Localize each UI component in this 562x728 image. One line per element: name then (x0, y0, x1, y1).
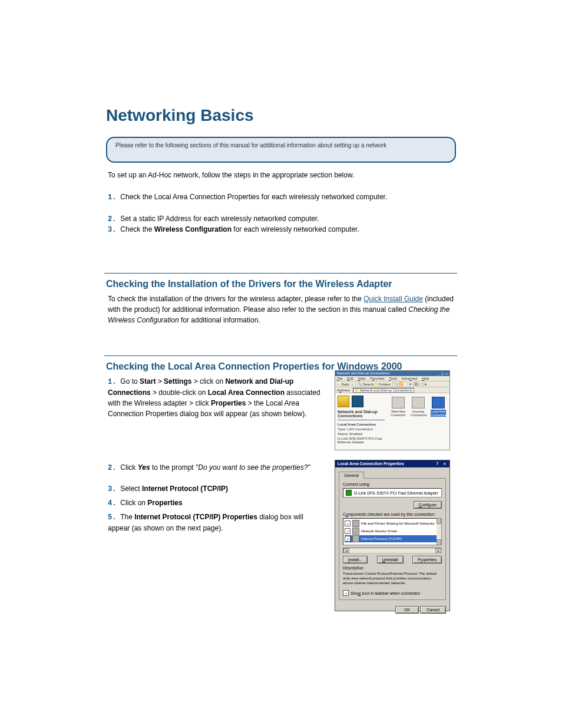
pane-heading: Network and Dial-up Connections (338, 410, 385, 420)
step-number-icon: 4. (108, 498, 118, 509)
info-callout: Please refer to the following sections o… (106, 137, 456, 163)
callout-text: Please refer to the following sections o… (107, 138, 455, 153)
sec1-d: for additional information. (179, 316, 260, 324)
network-icon (352, 396, 363, 407)
pane-subheading: Local Area Connection (338, 423, 385, 426)
description-text: Transmission Control Protocol/Internet P… (343, 571, 442, 585)
menu-edit[interactable]: Edit (347, 377, 353, 380)
protocol-icon (352, 528, 359, 535)
tab-general[interactable]: General (339, 472, 364, 479)
section-heading-drivers: Checking the Installation of the Drivers… (106, 279, 392, 289)
icon-make-new-connection[interactable]: Make New Connection (391, 397, 406, 444)
scroll-right-icon[interactable]: ▸ (435, 548, 441, 553)
intro-step-1-text: Check the Local Area Connection Properti… (120, 193, 387, 201)
intro-step-1: 1. Check the Local Area Connection Prope… (108, 192, 455, 203)
intro-step-3: 3. Check the Wireless Configuration for … (108, 224, 455, 235)
menu-tools[interactable]: Tools (389, 377, 397, 380)
components-list[interactable]: ✓File and Printer Sharing for Microsoft … (343, 518, 442, 545)
ok-button[interactable]: OK (395, 606, 419, 614)
properties-button[interactable]: Properties (412, 556, 442, 564)
intro-step-3c: for each wirelessly networked computer. (233, 225, 359, 233)
intro-step-2-text: Set a static IP Address for each wireles… (120, 215, 319, 223)
description-group: Description Transmission Control Protoco… (343, 566, 442, 585)
dialog-title: Local Area Connection Properties (338, 462, 404, 466)
step-number-icon: 1. (108, 192, 118, 203)
step-number-icon: 1. (108, 377, 118, 387)
window-controls-icon[interactable]: _ □ × (437, 371, 448, 375)
pane-adapter: D-Link DFE-530TX PCI Fast Ethernet Adapt… (338, 437, 385, 444)
scroll-left-icon[interactable]: ◂ (343, 548, 349, 553)
window-titlebar: Network and Dial-up Connections _ □ × (335, 371, 449, 376)
adapter-field: D-Link DFE-530TX PCI Fast Ethernet Adapt… (343, 488, 442, 498)
intro-step-3b: Wireless Configuration (154, 225, 232, 233)
incoming-connection-icon (412, 397, 425, 409)
menu-file[interactable]: File (337, 377, 343, 380)
section-body-drivers: To check the installation of the drivers… (108, 294, 455, 325)
screenshot-lac-properties: Local Area Connection Properties ? × Gen… (335, 460, 450, 611)
win-step-1: 1. Go to Start > Settings > click on Net… (108, 376, 326, 419)
address-field[interactable]: 📁 Network and Dial-up Connections (353, 388, 414, 393)
horizontal-scrollbar[interactable]: ◂ ▸ (343, 548, 442, 554)
win-step-4: 4. Click on Properties (108, 498, 326, 509)
protocol-icon (352, 535, 359, 542)
show-icon-label: Show icon in taskbar when connected (351, 591, 420, 595)
icon-incoming-connections[interactable]: Incoming Connections (411, 397, 426, 444)
list-item[interactable]: ✓File and Printer Sharing for Microsoft … (345, 520, 440, 527)
scroll-up-icon[interactable] (437, 518, 441, 524)
pane-type: Type: LAN Connection (338, 427, 385, 431)
connect-using-label: Connect using: (343, 482, 442, 486)
page-title: Networking Basics (106, 106, 254, 125)
checkbox-icon[interactable]: ✓ (345, 521, 351, 526)
configure-button[interactable]: Configure (414, 501, 442, 509)
step-number-icon: 5. (108, 512, 118, 523)
connection-wizard-icon (392, 397, 405, 409)
win-step-3: 3. Select Internet Protocol (TCP/IP) (108, 483, 326, 495)
quick-install-link[interactable]: Quick Install Guide (363, 295, 423, 303)
folder-icon (338, 396, 349, 407)
address-bar[interactable]: Address 📁 Network and Dial-up Connection… (335, 387, 449, 393)
list-item-selected[interactable]: ✓Internet Protocol (TCP/IP) (345, 535, 440, 542)
cancel-button[interactable]: Cancel (420, 606, 446, 614)
explorer-icon-area: Make New Connection Incoming Connections… (387, 393, 449, 447)
intro-step-3a: Check the (120, 225, 152, 233)
intro-step-2: 2. Set a static IP Address for each wire… (108, 213, 455, 225)
install-button[interactable]: Install... (343, 556, 368, 564)
address-label: Address (337, 388, 350, 392)
section-divider (104, 273, 457, 274)
scroll-down-icon[interactable] (437, 539, 441, 545)
components-label: Components checked are used by this conn… (343, 512, 442, 516)
menu-help[interactable]: Help (422, 377, 429, 380)
checkbox-icon[interactable]: ✓ (343, 590, 349, 596)
win-step-5: 5. The Internet Protocol (TCP/IP) Proper… (108, 512, 326, 533)
section-divider (104, 355, 457, 356)
menu-view[interactable]: View (358, 377, 365, 380)
dialog-panel: Connect using: D-Link DFE-530TX PCI Fast… (339, 478, 446, 600)
win-step-2: 2. Click Yes to the prompt "Do you want … (108, 462, 326, 473)
lan-connection-icon (432, 397, 445, 409)
checkbox-icon[interactable]: ✓ (345, 528, 351, 534)
step-number-icon: 2. (108, 214, 118, 225)
menu-bar[interactable]: File Edit View Favorites Tools Advanced … (335, 376, 449, 381)
menu-advanced[interactable]: Advanced (402, 377, 418, 380)
dialog-footer: OK Cancel (335, 604, 449, 616)
step-number-icon: 3. (108, 484, 118, 495)
screenshot-network-dialup: Network and Dial-up Connections _ □ × Fi… (335, 370, 450, 450)
show-icon-checkbox-row[interactable]: ✓ Show icon in taskbar when connected (343, 590, 442, 596)
toolbar[interactable]: ← Back → ↑ 🔍 Search 📁Folders 📋 | 🔁 📑 ✕ ⌫… (335, 381, 449, 387)
description-label: Description (343, 566, 442, 570)
step-number-icon: 3. (108, 225, 118, 235)
adapter-name: D-Link DFE-530TX PCI Fast Ethernet Adapt… (354, 491, 438, 495)
sec1-a: To check the installation of the drivers… (108, 295, 363, 303)
vertical-scrollbar[interactable] (437, 518, 441, 545)
list-item[interactable]: ✓Network Monitor Driver (345, 528, 440, 535)
explorer-left-pane: Network and Dial-up Connections Local Ar… (335, 393, 387, 447)
intro-text: To set up an Ad-Hoc network, follow the … (108, 170, 455, 180)
dialog-controls-icon[interactable]: ? × (436, 462, 447, 466)
dialog-titlebar: Local Area Connection Properties ? × (335, 460, 449, 467)
service-icon (352, 520, 359, 527)
icon-local-area-connection[interactable]: Local Area Connection (431, 397, 446, 444)
menu-favorites[interactable]: Favorites (370, 377, 385, 380)
uninstall-button[interactable]: Uninstall (377, 556, 404, 564)
checkbox-icon[interactable]: ✓ (345, 536, 351, 542)
step-number-icon: 2. (108, 463, 118, 473)
